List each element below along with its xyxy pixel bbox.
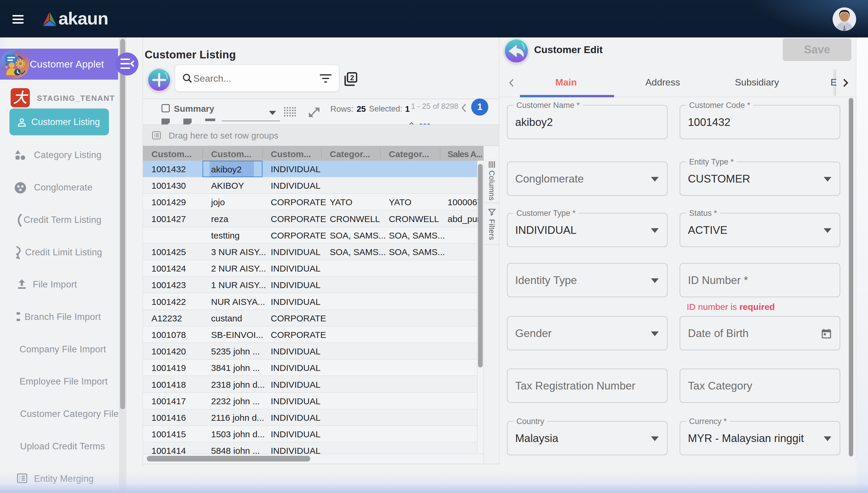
svg-text:2: 2: [350, 74, 354, 82]
